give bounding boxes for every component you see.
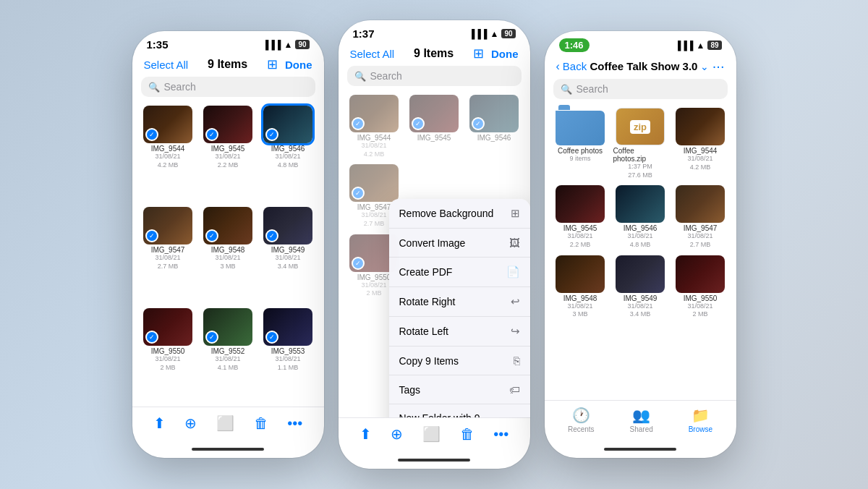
home-indicator-center (339, 454, 530, 469)
tab-browse[interactable]: 📁 Browse (689, 407, 712, 433)
search-bar-center[interactable]: 🔍 Search (347, 66, 522, 86)
tab-recents-label: Recents (568, 425, 595, 433)
photo-meta: 31/08/212 MB (361, 281, 386, 298)
photo-name: IMG_9545 (563, 224, 597, 232)
menu-tags[interactable]: Tags 🏷 (389, 375, 530, 404)
thumbnail-9546: ✓ (263, 106, 312, 143)
item-count-center: 9 Items (414, 47, 454, 60)
menu-new-folder[interactable]: New Folder with 9 Items 📁 (389, 404, 530, 417)
check-badge: ✓ (352, 117, 365, 130)
list-item[interactable]: ✓ IMG_9548 31/08/213 MB (201, 207, 255, 302)
status-icons-center: ▐▐▐ ▲ 90 (469, 29, 516, 39)
tab-recents[interactable]: 🕐 Recents (568, 407, 595, 433)
more-icon[interactable]: ••• (287, 415, 302, 432)
time-left: 1:35 (147, 38, 169, 51)
photo-name: IMG_9547 (684, 224, 718, 232)
thumbnail-c-9544: ✓ (349, 95, 399, 132)
more-options-icon[interactable]: ··· (712, 58, 725, 75)
tab-shared-label: Shared (630, 425, 653, 433)
folder-title: Coffee Talk Show 3.0 (590, 60, 698, 72)
photo-name: IMG_9546 (477, 134, 511, 142)
folder-icon[interactable]: ⬜ (216, 414, 234, 432)
list-item[interactable]: ✓ IMG_9546 31/08/214.8 MB (261, 106, 315, 201)
share-icon[interactable]: ⬆ (153, 414, 166, 432)
list-item[interactable]: IMG_9547 31/08/212.7 MB (673, 185, 728, 249)
menu-label: Rotate Left (399, 326, 449, 337)
trash-icon-c[interactable]: 🗑 (460, 426, 475, 443)
list-item[interactable]: ✓ IMG_9550 31/08/212 MB (141, 308, 195, 404)
home-bar-r (604, 448, 676, 451)
list-item[interactable]: IMG_9548 31/08/213 MB (553, 255, 608, 319)
menu-label: Create PDF (399, 266, 453, 278)
home-indicator-left (132, 443, 324, 458)
list-item[interactable]: ✓ IMG_9545 (407, 95, 461, 158)
list-item[interactable]: IMG_9550 31/08/212 MB (673, 255, 728, 319)
list-item[interactable]: IMG_9545 31/08/212.2 MB (553, 185, 608, 249)
back-btn[interactable]: Back (563, 60, 587, 72)
back-nav[interactable]: ‹ Back (556, 60, 587, 73)
search-placeholder-center: Search (370, 70, 402, 82)
chevron-down-icon[interactable]: ⌄ (700, 61, 709, 72)
photo-meta: 31/08/213 MB (567, 302, 592, 319)
search-bar-left[interactable]: 🔍 Search (141, 77, 315, 97)
search-bar-right[interactable]: 🔍 Search (553, 79, 728, 99)
zip-file[interactable]: zip Coffee photos.zip 1:37 PM27.6 MB (613, 108, 668, 179)
menu-remove-background[interactable]: Remove Background ⊞ (389, 199, 530, 229)
check-badge: ✓ (472, 117, 485, 130)
list-item[interactable]: ✓ IMG_9544 31/08/214.2 MB (347, 95, 401, 158)
thumbnail-r-9549 (616, 255, 665, 293)
grid-view-icon-center[interactable]: ⊞ (473, 46, 484, 61)
menu-create-pdf[interactable]: Create PDF 📄 (389, 258, 530, 287)
menu-label: Copy 9 Items (399, 355, 459, 367)
status-bar-right: 1:46 ▐▐▐ ▲ 89 (545, 31, 736, 55)
photo-name: IMG_9547 (357, 203, 391, 211)
select-all-btn-center[interactable]: Select All (350, 48, 395, 60)
folder-sub: 9 items (569, 155, 590, 163)
tab-shared[interactable]: 👥 Shared (630, 407, 653, 433)
menu-rotate-left[interactable]: Rotate Left ↪ (389, 317, 530, 346)
menu-copy-items[interactable]: Copy 9 Items ⎘ (389, 346, 530, 375)
list-item[interactable]: IMG_9546 31/08/214.8 MB (613, 185, 668, 249)
photo-meta: 31/08/213.4 MB (275, 254, 300, 271)
coffee-photos-folder[interactable]: Coffee photos 9 items (553, 108, 608, 179)
menu-convert-image[interactable]: Convert Image 🖼 (389, 229, 530, 258)
photo-meta: 31/08/212 MB (687, 302, 712, 319)
select-all-btn-left[interactable]: Select All (144, 59, 189, 71)
done-btn-left[interactable]: Done (285, 59, 312, 71)
folder-icon-c[interactable]: ⬜ (422, 425, 441, 443)
list-item[interactable]: ✓ IMG_9545 31/08/212.2 MB (201, 106, 255, 201)
list-item[interactable]: ✓ IMG_9553 31/08/211.1 MB (261, 308, 315, 404)
list-item[interactable]: IMG_9544 31/08/214.2 MB (673, 108, 728, 179)
photo-name: IMG_9550 (684, 294, 718, 302)
grid-view-icon-left[interactable]: ⊞ (267, 56, 278, 72)
thumbnail-9548: ✓ (203, 207, 252, 244)
back-chevron-icon: ‹ (556, 60, 560, 73)
photo-meta: 31/08/214.2 MB (687, 155, 712, 171)
list-item[interactable]: ✓ IMG_9552 31/08/214.1 MB (201, 308, 255, 404)
duplicate-icon-c[interactable]: ⊕ (391, 425, 403, 443)
check-badge: ✓ (412, 117, 425, 130)
list-item[interactable]: ✓ IMG_9547 31/08/212.7 MB (141, 207, 195, 302)
thumbnail-9547: ✓ (143, 207, 192, 244)
signal-icon: ▐▐▐ (263, 40, 281, 50)
more-icon-c[interactable]: ••• (493, 426, 509, 443)
signal-icon-c: ▐▐▐ (469, 29, 488, 39)
list-item[interactable]: ✓ IMG_9544 31/08/214.2 MB (141, 106, 195, 201)
photo-name: IMG_9553 (271, 347, 305, 355)
done-btn-center[interactable]: Done (491, 48, 519, 60)
check-badge: ✓ (205, 229, 218, 242)
search-icon-left: 🔍 (148, 82, 160, 93)
photo-grid-left: ✓ IMG_9544 31/08/214.2 MB ✓ IMG_9545 31/… (132, 103, 324, 407)
list-item[interactable]: ✓ IMG_9546 (467, 95, 522, 158)
nav-bar-center: Select All 9 Items ⊞ Done (339, 43, 530, 66)
list-item[interactable]: ✓ IMG_9549 31/08/213.4 MB (261, 207, 315, 302)
duplicate-icon[interactable]: ⊕ (184, 414, 197, 432)
status-bar-center: 1:37 ▐▐▐ ▲ 90 (339, 20, 530, 43)
check-badge: ✓ (352, 257, 365, 270)
menu-rotate-right[interactable]: Rotate Right ↩ (389, 287, 530, 317)
share-icon-c[interactable]: ⬆ (359, 425, 372, 443)
file-grid-top: Coffee photos 9 items zip Coffee photos.… (545, 105, 736, 185)
list-item[interactable]: IMG_9549 31/08/213.4 MB (613, 255, 668, 319)
trash-icon[interactable]: 🗑 (254, 415, 268, 432)
check-badge: ✓ (265, 229, 278, 242)
